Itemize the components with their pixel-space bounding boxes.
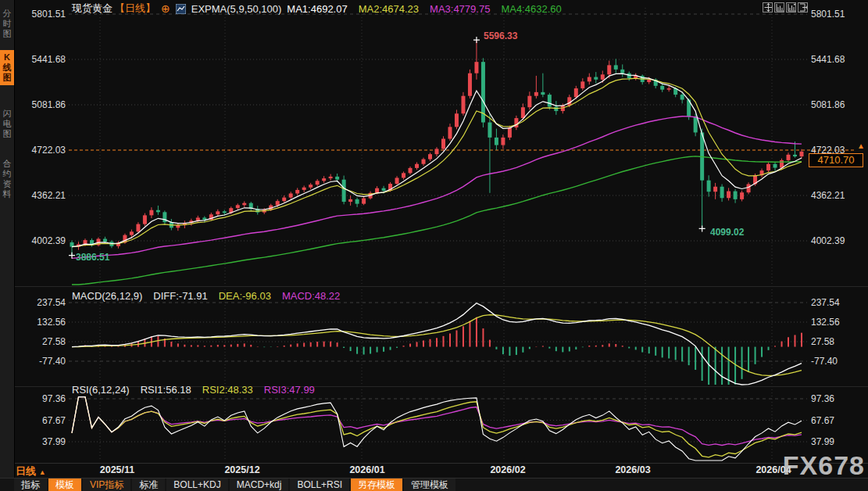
expand-chart-icon bbox=[787, 2, 795, 13]
rsi-axis-label: 97.36 bbox=[14, 393, 66, 404]
last-price-tag: 4710.70 bbox=[809, 153, 863, 167]
rsi-name: RSI(6,12,24) bbox=[72, 384, 130, 396]
app-window: 分时图K线图闪电图合约资料 现货黄金【日线】 ⊕ EXPMA(5,9,50,10… bbox=[0, 0, 868, 491]
exit-right-button[interactable] bbox=[798, 2, 808, 13]
rsi-axis-label: 67.67 bbox=[811, 415, 834, 426]
compress-chart-button[interactable] bbox=[774, 2, 784, 13]
macd-name: MACD(26,12,9) bbox=[72, 290, 142, 302]
compress-chart-icon bbox=[775, 2, 784, 13]
sidebar: 分时图K线图闪电图合约资料 bbox=[0, 0, 15, 478]
price-axis-label: 5801.51 bbox=[811, 9, 845, 20]
price-axis-label: 5441.68 bbox=[14, 54, 66, 65]
time-axis-row: 日线 ▲ 2025/112025/122026/012026/022026/03… bbox=[0, 463, 868, 478]
month-label: 2026/04 bbox=[746, 464, 801, 475]
ma-values: MA1:4692.07MA2:4674.23MA3:4779.75MA4:463… bbox=[287, 3, 561, 15]
macd-axis-label: 132.56 bbox=[14, 317, 66, 328]
toolbar-tab-2[interactable]: 模板 bbox=[48, 478, 81, 491]
month-label: 2026/02 bbox=[480, 464, 535, 475]
rsi2-value: RSI2:48.33 bbox=[202, 384, 253, 396]
macd-axis-label: -77.40 bbox=[811, 356, 838, 367]
macd-axis-label: 132.56 bbox=[811, 317, 840, 328]
period-selector[interactable]: 日线 ▲ bbox=[16, 464, 46, 478]
price-axis-label: 5081.86 bbox=[811, 99, 845, 110]
symbol-name: 现货黄金 bbox=[72, 2, 113, 16]
macd-axis-label: 237.54 bbox=[811, 297, 840, 308]
low-price-annotation: 4099.02 bbox=[710, 227, 744, 238]
macd-axis-label: 27.58 bbox=[811, 336, 834, 347]
macd-hist-value: MACD:48.22 bbox=[282, 290, 340, 302]
indicator-name: EXPMA(5,9,50,100) bbox=[191, 3, 282, 15]
price-axis-label: 4002.39 bbox=[811, 235, 845, 246]
macd-axis-label: 237.54 bbox=[14, 297, 66, 308]
ma1-header-value: MA1:4692.07 bbox=[287, 3, 347, 15]
crosshair-pan-button[interactable] bbox=[763, 2, 773, 13]
month-label: 2026/03 bbox=[605, 464, 660, 475]
ma4-header-value: MA4:4632.60 bbox=[501, 3, 561, 15]
toolbar-tab-7[interactable]: BOLL+RSI bbox=[290, 478, 349, 491]
expand-chart-button[interactable] bbox=[786, 2, 796, 13]
high-price-annotation: 5596.33 bbox=[484, 30, 517, 41]
macd-label-row: MACD(26,12,9) DIFF:-71.91 DEA:-96.03 MAC… bbox=[72, 290, 340, 302]
crosshair-pan-icon bbox=[763, 2, 772, 13]
ma3-header-value: MA3:4779.75 bbox=[430, 3, 490, 15]
indicator-mini-icon bbox=[176, 4, 186, 14]
price-up-arrow-icon: ▲ bbox=[857, 142, 865, 150]
period-badge: 【日线】 bbox=[115, 2, 155, 16]
price-axis-label: 4002.39 bbox=[14, 235, 66, 246]
macd-diff-value: DIFF:-71.91 bbox=[153, 290, 207, 302]
chart-header: 现货黄金【日线】 ⊕ EXPMA(5,9,50,100) MA1:4692.07… bbox=[72, 2, 562, 16]
price-axis-label: 4362.21 bbox=[811, 190, 845, 201]
exit-right-icon bbox=[798, 2, 807, 13]
rsi-axis-label: 67.67 bbox=[14, 415, 66, 426]
chart-toolbuttons bbox=[763, 2, 808, 13]
macd-axis-label: -77.40 bbox=[14, 356, 66, 367]
month-label: 2026/01 bbox=[340, 464, 395, 475]
price-axis-label: 5441.68 bbox=[811, 54, 845, 65]
macd-dea-value: DEA:-96.03 bbox=[219, 290, 271, 302]
rsi3-value: RSI3:47.99 bbox=[264, 384, 315, 396]
low-price-annotation: 3886.51 bbox=[76, 252, 109, 263]
sidebar-tab-2[interactable]: K线图 bbox=[0, 50, 14, 85]
toolbar-tab-9[interactable]: 管理模板 bbox=[404, 478, 455, 491]
sidebar-tab-4[interactable]: 合约资料 bbox=[0, 156, 14, 202]
rsi-axis-label: 97.36 bbox=[811, 393, 834, 404]
add-indicator-icon[interactable]: ⊕ bbox=[161, 3, 170, 14]
sidebar-tab-1[interactable]: 分时图 bbox=[0, 6, 14, 41]
toolbar-tab-6[interactable]: MACD+kdj bbox=[230, 478, 289, 491]
price-axis-label: 4722.03 bbox=[14, 145, 66, 156]
rsi-axis-label: 37.99 bbox=[811, 436, 834, 447]
rsi-axis-label: 37.99 bbox=[14, 436, 66, 447]
price-axis-label: 4362.21 bbox=[14, 190, 66, 201]
sidebar-tab-3[interactable]: 闪电图 bbox=[0, 106, 14, 142]
price-axis-label: 5081.86 bbox=[14, 99, 66, 110]
toolbar-tab-5[interactable]: BOLL+KDJ bbox=[166, 478, 227, 491]
toolbar-tab-4[interactable]: 标准 bbox=[132, 478, 165, 491]
toolbar-tab-8[interactable]: 另存模板 bbox=[351, 478, 402, 491]
bottom-toolbar: 指标模板VIP指标标准BOLL+KDJMACD+kdjBOLL+RSI另存模板管… bbox=[0, 478, 868, 491]
month-label: 2025/12 bbox=[215, 464, 270, 475]
ma2-header-value: MA2:4674.23 bbox=[359, 3, 419, 15]
month-label: 2025/11 bbox=[90, 464, 145, 475]
rsi1-value: RSI1:56.18 bbox=[141, 384, 191, 396]
toolbar-tab-3[interactable]: VIP指标 bbox=[83, 478, 130, 491]
macd-axis-label: 27.58 bbox=[14, 336, 66, 347]
rsi-label-row: RSI(6,12,24) RSI1:56.18 RSI2:48.33 RSI3:… bbox=[72, 384, 315, 396]
price-axis-label: 5801.51 bbox=[14, 9, 66, 20]
toolbar-tab-1[interactable]: 指标 bbox=[14, 478, 47, 491]
